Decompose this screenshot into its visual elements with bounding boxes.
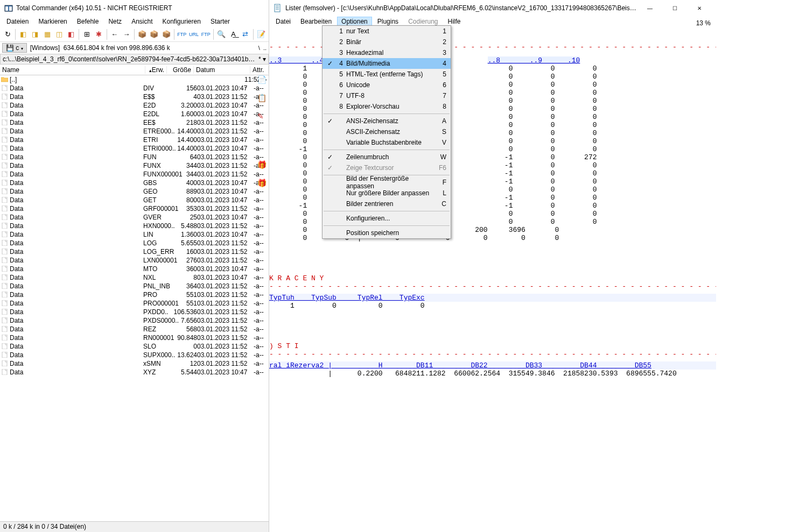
tc-menubar[interactable]: DateienMarkierenBefehleNetzAnsichtKonfig…	[0, 16, 269, 27]
ftp-icon[interactable]: FTP	[177, 29, 187, 40]
file-row[interactable]: DataPXDD0..106.536 03.01.2023 11:52-a--	[0, 308, 269, 316]
file-row[interactable]: DataxSMN12 03.01.2023 11:52-a--	[0, 359, 269, 368]
dd-hexadezimal[interactable]: 3Hexadezimal3	[323, 47, 451, 58]
menu-starter[interactable]: Starter	[206, 17, 234, 26]
menu-befehle[interactable]: Befehle	[73, 17, 103, 26]
dd-html-text-entferne-tags-[interactable]: 5HTML-Text (entferne Tags)5	[323, 69, 451, 80]
dd-bild-der-fenstergr-e-anpassen[interactable]: Bild der Fenstergröße anpassenF	[323, 177, 451, 188]
dd-nur-text[interactable]: 1nur Text1	[323, 26, 451, 37]
dd-variable-buchstabenbreite[interactable]: Variable BuchstabenbreiteV	[323, 137, 451, 148]
tool-icon[interactable]: ◫	[54, 29, 65, 40]
root-button[interactable]: \	[258, 45, 260, 51]
file-row[interactable]: DataGVER25 03.01.2023 10:47-a--	[0, 213, 269, 222]
file-row[interactable]: DataGBS400 03.01.2023 10:47-a--	[0, 179, 269, 187]
file-row[interactable]: DataFUNX000001344 03.01.2023 11:52-a--	[0, 170, 269, 179]
file-row[interactable]: DataRN00000190.848 03.01.2023 11:52-a--	[0, 334, 269, 342]
file-row[interactable]: DataETRI14.400 03.01.2023 10:47-a--	[0, 136, 269, 144]
up-button[interactable]: ..	[263, 45, 267, 51]
file-row[interactable]: DataHXN0000..5.488 03.01.2023 11:52-a--	[0, 222, 269, 230]
forward-icon[interactable]: →	[121, 29, 132, 40]
maximize-button[interactable]: ☐	[662, 0, 687, 16]
minimize-button[interactable]: —	[637, 0, 662, 16]
back-icon[interactable]: ←	[109, 29, 120, 40]
file-row[interactable]: DataLXN000001276 03.01.2023 11:52-a--	[0, 256, 269, 265]
tool-icon[interactable]: ◨	[30, 29, 40, 40]
file-row[interactable]: DataPXDS0000..7.656 03.01.2023 11:52-a--	[0, 316, 269, 325]
dd-konfigurieren-[interactable]: Konfigurieren...	[323, 213, 451, 224]
file-row[interactable]: DataGRF000001353 03.01.2023 11:52-a--	[0, 204, 269, 213]
file-row[interactable]: DataETRI0000..14.400 03.01.2023 10:47-a-…	[0, 144, 269, 153]
file-row[interactable]: DataSUPX000..13.624 03.01.2023 11:52-a--	[0, 351, 269, 359]
dd-bilder-zentrieren[interactable]: Bilder zentrierenC	[323, 198, 451, 209]
parent-dir-row[interactable]: [..]03.01.2023 11:52----	[0, 75, 269, 84]
tool-icon[interactable]: ◧	[18, 29, 29, 40]
file-row[interactable]: DataETRE000..14.400 03.01.2023 11:52-a--	[0, 127, 269, 136]
tool-icon[interactable]: ▦	[42, 29, 53, 40]
dd-bild-multimedia[interactable]: ✓4Bild/Multimedia4	[323, 58, 451, 69]
file-row[interactable]: DataREZ568 03.01.2023 11:52-a--	[0, 325, 269, 334]
url-icon[interactable]: URL	[188, 29, 199, 40]
file-row[interactable]: DataGEO889 03.01.2023 10:47-a--	[0, 187, 269, 196]
file-row[interactable]: DataSLO0 03.01.2023 11:52-a--	[0, 342, 269, 351]
drive-c-button[interactable]: 💾 c ▾	[2, 43, 27, 53]
file-row[interactable]: DataPRO000001551 03.01.2023 11:52-a--	[0, 299, 269, 308]
file-row[interactable]: DataGET800 03.01.2023 10:47-a--	[0, 196, 269, 204]
tree-icon[interactable]: ⊞	[81, 29, 92, 40]
dd-explorer-vorschau[interactable]: 8Explorer-Vorschau8	[323, 101, 451, 112]
gift2-icon[interactable]: 🎁	[257, 179, 267, 188]
unpack-icon[interactable]: 📦	[149, 29, 159, 40]
dd-ascii-zeichensatz[interactable]: ASCII-ZeichensatzS	[323, 126, 451, 137]
file-row[interactable]: DataPRO551 03.01.2023 11:52-a--	[0, 290, 269, 299]
menu-konfigurieren[interactable]: Konfigurieren	[158, 17, 205, 26]
paste-icon[interactable]: 📋	[257, 94, 267, 103]
file-row[interactable]: DataE2DL1.600 03.01.2023 10:47-a--	[0, 110, 269, 118]
history-button[interactable]: * ▾	[258, 55, 266, 63]
search-icon[interactable]: 🔍	[216, 29, 227, 40]
file-row[interactable]: DataFUNX344 03.01.2023 11:52-a--	[0, 161, 269, 170]
file-row[interactable]: DataPNL_INB364 03.01.2023 11:52-a--	[0, 282, 269, 290]
dd-ansi-zeichensatz[interactable]: ✓ANSI-ZeichensatzA	[323, 116, 451, 126]
edit-icon[interactable]: ✎	[257, 112, 267, 122]
dd-position-speichern[interactable]: Position speichern	[323, 228, 451, 238]
col-date[interactable]: Datum	[194, 66, 250, 74]
invert-icon[interactable]: ✱	[93, 29, 104, 40]
col-attr[interactable]: Attr.	[250, 66, 269, 74]
gift-icon[interactable]: 🎁	[257, 160, 267, 170]
file-row[interactable]: DataMTO360 03.01.2023 10:47-a--	[0, 265, 269, 273]
refresh-icon[interactable]: ↻	[2, 29, 13, 40]
file-row[interactable]: DataE$$4 03.01.2023 11:52-a--	[0, 93, 269, 101]
file-row[interactable]: DataFUN64 03.01.2023 11:52-a--	[0, 153, 269, 161]
menu-markieren[interactable]: Markieren	[34, 17, 71, 26]
sync-icon[interactable]: ⇄	[240, 29, 251, 40]
dd-unicode[interactable]: 6Unicode6	[323, 80, 451, 90]
optionen-dropdown[interactable]: 1nur Text12Binär23Hexadezimal3✓4Bild/Mul…	[322, 25, 451, 239]
notepad-icon[interactable]: 📝	[256, 29, 267, 40]
dd-utf-[interactable]: 7UTF-87	[323, 90, 451, 101]
dd-bin-r[interactable]: 2Binär2	[323, 37, 451, 47]
menu-ansicht[interactable]: Ansicht	[127, 17, 157, 26]
col-ext[interactable]: ▴Erw.	[145, 66, 167, 74]
file-row[interactable]: DataNXL8 03.01.2023 10:47-a--	[0, 273, 269, 282]
menu-datei[interactable]: Datei	[271, 17, 295, 26]
copy-icon[interactable]: 📄	[257, 75, 267, 85]
pack-icon[interactable]: 📦	[160, 29, 171, 40]
file-row[interactable]: DataE2D3.200 03.01.2023 10:47-a--	[0, 101, 269, 110]
pack-icon[interactable]: 📦	[137, 29, 148, 40]
file-row[interactable]: DataXYZ5.544 03.01.2023 10:47-a--	[0, 368, 269, 377]
file-row[interactable]: DataLOG5.655 03.01.2023 11:52-a--	[0, 239, 269, 247]
file-row[interactable]: DataLIN1.360 03.01.2023 10:47-a--	[0, 230, 269, 239]
rename-icon[interactable]: A͟	[228, 29, 239, 40]
file-row[interactable]: DataDIV156 03.01.2023 10:47-a--	[0, 84, 269, 93]
col-size[interactable]: Größe	[167, 66, 194, 74]
file-row[interactable]: DataLOG_ERR160 03.01.2023 11:52-a--	[0, 247, 269, 256]
file-list[interactable]: [..]03.01.2023 11:52----DataDIV156 03.01…	[0, 75, 269, 377]
dd-nur-gr-ere-bilder-anpassen[interactable]: Nur größere Bilder anpassenL	[323, 188, 451, 198]
dd-zeilenumbruch[interactable]: ✓ZeilenumbruchW	[323, 152, 451, 162]
menu-netz[interactable]: Netz	[104, 17, 126, 26]
file-row[interactable]: DataEE$218 03.01.2023 11:52-a--	[0, 118, 269, 127]
tc-pathbar[interactable]: c:\...\Beispiel_4_3_rf6_0\content\!solve…	[0, 54, 269, 65]
ftp-new-icon[interactable]: FTP	[200, 29, 211, 40]
menu-dateien[interactable]: Dateien	[2, 17, 33, 26]
tool-icon[interactable]: ◧	[66, 29, 76, 40]
col-name[interactable]: Name	[0, 66, 145, 74]
